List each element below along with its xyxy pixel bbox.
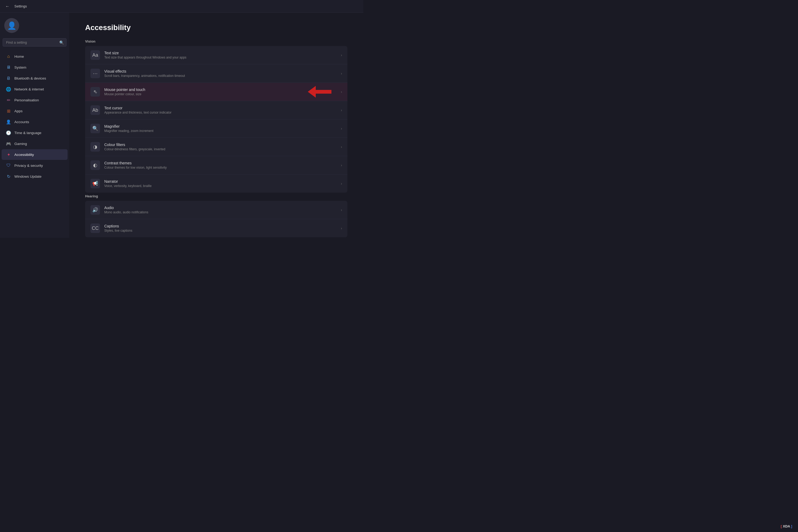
search-container: 🔍 (3, 38, 66, 46)
setting-title-text-size: Text size (104, 51, 337, 55)
sidebar-item-accessibility[interactable]: ✦ Accessibility (2, 149, 68, 160)
sidebar-item-personalisation[interactable]: ✏ Personalisation (2, 95, 68, 105)
setting-icon-audio: 🔊 (91, 205, 100, 215)
setting-row-contrast-themes[interactable]: ◐ Contrast themes Colour themes for low … (85, 156, 347, 174)
setting-icon-contrast-themes: ◐ (91, 160, 100, 170)
avatar-area: 👤 (0, 13, 69, 38)
setting-row-narrator[interactable]: 📢 Narrator Voice, verbosity, keyboard, b… (85, 174, 347, 193)
sidebar-item-time[interactable]: 🕐 Time & language (2, 128, 68, 138)
setting-desc-contrast-themes: Colour themes for low vision, light sens… (104, 166, 337, 169)
setting-text-text-size: Text size Text size that appears through… (104, 51, 337, 59)
setting-row-captions[interactable]: CC Captions Styles, live captions › (85, 219, 347, 237)
setting-title-magnifier: Magnifier (104, 124, 337, 129)
chevron-icon-audio: › (341, 208, 342, 212)
sidebar: 👤 🔍 ⌂ Home 🖥 System Ƀ Bluetooth & device… (0, 13, 69, 238)
sidebar-item-bluetooth[interactable]: Ƀ Bluetooth & devices (2, 73, 68, 83)
setting-icon-text-size: Aa (91, 50, 100, 60)
chevron-icon-mouse-pointer: › (341, 90, 342, 94)
back-button[interactable]: ← (3, 3, 12, 10)
setting-row-magnifier[interactable]: 🔍 Magnifier Magnifier reading, zoom incr… (85, 119, 347, 138)
sidebar-label-apps: Apps (14, 109, 23, 113)
settings-sections: Vision Aa Text size Text size that appea… (85, 39, 347, 238)
setting-title-colour-filters: Colour filters (104, 142, 337, 147)
setting-text-contrast-themes: Contrast themes Colour themes for low vi… (104, 161, 337, 169)
setting-icon-captions: CC (91, 224, 100, 233)
setting-desc-narrator: Voice, verbosity, keyboard, braille (104, 184, 337, 188)
sidebar-item-home[interactable]: ⌂ Home (2, 51, 68, 62)
content-area: Accessibility Vision Aa Text size Text s… (69, 13, 363, 238)
setting-title-audio: Audio (104, 206, 337, 210)
chevron-icon-magnifier: › (341, 126, 342, 131)
setting-text-audio: Audio Mono audio, audio notifications (104, 206, 337, 214)
sidebar-label-accounts: Accounts (14, 120, 29, 124)
setting-row-colour-filters[interactable]: ◑ Colour filters Colour-blindness filter… (85, 138, 347, 156)
chevron-icon-visual-effects: › (341, 71, 342, 76)
setting-icon-magnifier: 🔍 (91, 124, 100, 133)
sidebar-label-update: Windows Update (14, 174, 41, 178)
settings-group-hearing: 🔊 Audio Mono audio, audio notifications … (85, 201, 347, 237)
chevron-icon-contrast-themes: › (341, 163, 342, 167)
setting-row-text-size[interactable]: Aa Text size Text size that appears thro… (85, 46, 347, 64)
setting-desc-colour-filters: Colour-blindness filters, greyscale, inv… (104, 147, 337, 151)
privacy-icon: 🛡 (6, 163, 11, 168)
setting-row-visual-effects[interactable]: ⋯ Visual effects Scroll bars, transparen… (85, 64, 347, 83)
apps-icon: ⊞ (6, 108, 11, 114)
chevron-icon-captions: › (341, 226, 342, 230)
chevron-icon-narrator: › (341, 182, 342, 186)
setting-text-magnifier: Magnifier Magnifier reading, zoom increm… (104, 124, 337, 133)
section-label-vision: Vision (85, 39, 347, 43)
search-input[interactable] (3, 38, 66, 46)
setting-title-captions: Captions (104, 224, 337, 228)
setting-row-text-cursor[interactable]: Ab Text cursor Appearance and thickness,… (85, 101, 347, 119)
arrow-body (316, 90, 331, 94)
home-icon: ⌂ (6, 54, 11, 59)
setting-row-mouse-pointer[interactable]: ⇖ Mouse pointer and touch Mouse pointer … (85, 83, 347, 101)
user-icon: 👤 (7, 21, 17, 30)
setting-icon-colour-filters: ◑ (91, 142, 100, 152)
sidebar-item-accounts[interactable]: 👤 Accounts (2, 116, 68, 127)
setting-icon-visual-effects: ⋯ (91, 69, 100, 78)
sidebar-label-accessibility: Accessibility (14, 153, 34, 157)
top-bar: ← Settings (0, 0, 363, 13)
setting-row-audio[interactable]: 🔊 Audio Mono audio, audio notifications … (85, 201, 347, 219)
sidebar-label-system: System (14, 65, 26, 70)
setting-text-text-cursor: Text cursor Appearance and thickness, te… (104, 106, 337, 114)
setting-desc-mouse-pointer: Mouse pointer colour, size (104, 92, 337, 96)
app-title: Settings (14, 4, 27, 8)
sidebar-nav: ⌂ Home 🖥 System Ƀ Bluetooth & devices 🌐 … (0, 51, 69, 182)
setting-title-mouse-pointer: Mouse pointer and touch (104, 88, 337, 92)
setting-desc-audio: Mono audio, audio notifications (104, 210, 337, 214)
avatar[interactable]: 👤 (4, 18, 19, 33)
setting-icon-mouse-pointer: ⇖ (91, 87, 100, 97)
sidebar-item-update[interactable]: ↻ Windows Update (2, 171, 68, 182)
setting-text-visual-effects: Visual effects Scroll bars, transparency… (104, 69, 337, 78)
setting-icon-narrator: 📢 (91, 179, 100, 188)
sidebar-label-personalisation: Personalisation (14, 98, 39, 102)
setting-title-text-cursor: Text cursor (104, 106, 337, 110)
setting-desc-visual-effects: Scroll bars, transparency, animations, n… (104, 74, 337, 78)
red-arrow (308, 86, 331, 98)
sidebar-label-time: Time & language (14, 131, 41, 135)
sidebar-item-gaming[interactable]: 🎮 Gaming (2, 138, 68, 149)
setting-text-captions: Captions Styles, live captions (104, 224, 337, 232)
chevron-icon-text-cursor: › (341, 108, 342, 112)
setting-desc-text-size: Text size that appears throughout Window… (104, 56, 337, 59)
sidebar-item-privacy[interactable]: 🛡 Privacy & security (2, 160, 68, 171)
chevron-icon-text-size: › (341, 53, 342, 57)
main-layout: 👤 🔍 ⌂ Home 🖥 System Ƀ Bluetooth & device… (0, 13, 363, 238)
setting-icon-text-cursor: Ab (91, 105, 100, 115)
sidebar-item-network[interactable]: 🌐 Network & internet (2, 84, 68, 94)
personalisation-icon: ✏ (6, 97, 11, 103)
setting-text-mouse-pointer: Mouse pointer and touch Mouse pointer co… (104, 88, 337, 96)
setting-title-visual-effects: Visual effects (104, 69, 337, 73)
section-label-hearing: Hearing (85, 194, 347, 198)
setting-desc-text-cursor: Appearance and thickness, text cursor in… (104, 111, 337, 114)
arrow-head (308, 86, 316, 98)
sidebar-item-system[interactable]: 🖥 System (2, 62, 68, 73)
sidebar-label-network: Network & internet (14, 87, 44, 91)
sidebar-item-apps[interactable]: ⊞ Apps (2, 106, 68, 116)
sidebar-label-gaming: Gaming (14, 142, 27, 146)
setting-title-contrast-themes: Contrast themes (104, 161, 337, 165)
update-icon: ↻ (6, 174, 11, 179)
setting-title-narrator: Narrator (104, 179, 337, 184)
